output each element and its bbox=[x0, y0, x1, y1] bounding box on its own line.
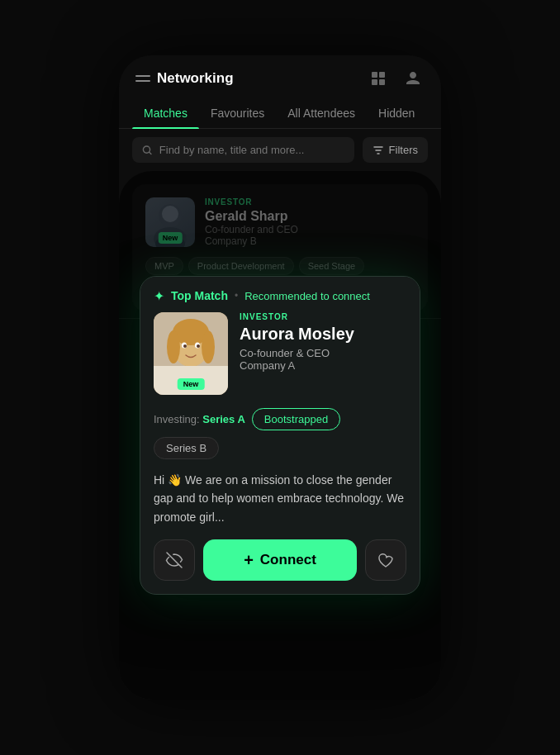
svg-point-32 bbox=[197, 344, 200, 348]
hide-button[interactable] bbox=[154, 539, 195, 581]
filter-button[interactable]: Filters bbox=[363, 137, 428, 163]
investor-new-badge: New bbox=[178, 378, 205, 390]
action-buttons: + Connect bbox=[154, 539, 406, 581]
svg-rect-2 bbox=[372, 79, 377, 85]
search-input[interactable] bbox=[159, 144, 344, 156]
modal-bio: Hi 👋 We are on a mission to close the ge… bbox=[154, 471, 406, 526]
top-match-label: Top Match bbox=[171, 289, 228, 302]
investor-title: Co-founder & CEO bbox=[240, 347, 354, 359]
tab-hidden[interactable]: Hidden bbox=[367, 98, 426, 128]
screen-title: Networking bbox=[157, 70, 234, 87]
connect-button[interactable]: + Connect bbox=[203, 539, 357, 581]
svg-rect-24 bbox=[185, 363, 197, 378]
investing-label: Investing: Series A bbox=[154, 408, 245, 430]
svg-point-27 bbox=[167, 330, 180, 363]
search-bar: Filters bbox=[119, 129, 441, 171]
investor-profile: New INVESTOR Aurora Mosley Co-founder & … bbox=[154, 312, 406, 395]
investor-name: Aurora Mosley bbox=[240, 325, 354, 344]
svg-point-28 bbox=[202, 330, 215, 363]
search-input-wrap[interactable] bbox=[132, 137, 354, 163]
recommended-label: Recommended to connect bbox=[244, 290, 370, 302]
modal-top-match-header: ✦ Top Match • Recommended to connect bbox=[140, 277, 420, 312]
svg-rect-0 bbox=[372, 72, 377, 78]
svg-rect-1 bbox=[379, 72, 385, 78]
search-icon bbox=[142, 145, 153, 156]
investing-tags: Investing: Series A Bootstrapped Series … bbox=[154, 408, 406, 459]
modal-card: ✦ Top Match • Recommended to connect bbox=[140, 276, 420, 595]
hamburger-icon[interactable] bbox=[135, 75, 150, 82]
filter-icon bbox=[373, 145, 384, 156]
modal-body: New INVESTOR Aurora Mosley Co-founder & … bbox=[140, 312, 420, 594]
phone-wrapper: Networking bbox=[0, 0, 560, 755]
separator: • bbox=[235, 290, 238, 302]
tag-series-b: Series B bbox=[154, 437, 219, 459]
investor-avatar: New bbox=[154, 312, 228, 395]
tab-all-attendees[interactable]: All Attendees bbox=[276, 98, 367, 128]
tab-favourites[interactable]: Favourites bbox=[199, 98, 276, 128]
svg-rect-3 bbox=[379, 79, 385, 85]
tab-matches[interactable]: Matches bbox=[132, 98, 199, 128]
grid-icon[interactable] bbox=[367, 67, 390, 90]
star-icon: ✦ bbox=[154, 288, 164, 304]
tag-bootstrapped: Bootstrapped bbox=[252, 408, 340, 430]
like-button[interactable] bbox=[365, 539, 406, 581]
tabs-bar: Matches Favourites All Attendees Hidden bbox=[119, 98, 441, 129]
content-area: New INVESTOR Gerald Sharp Co-founder and… bbox=[119, 171, 441, 700]
profile-icon[interactable] bbox=[401, 67, 425, 90]
app-screen: Networking bbox=[119, 55, 441, 700]
investor-company: Company A bbox=[240, 359, 354, 372]
investor-role: INVESTOR bbox=[240, 312, 354, 321]
svg-point-31 bbox=[183, 344, 187, 348]
top-bar: Networking bbox=[119, 55, 441, 98]
modal-overlay: ✦ Top Match • Recommended to connect bbox=[119, 171, 441, 700]
investor-info: INVESTOR Aurora Mosley Co-founder & CEO … bbox=[240, 312, 354, 372]
